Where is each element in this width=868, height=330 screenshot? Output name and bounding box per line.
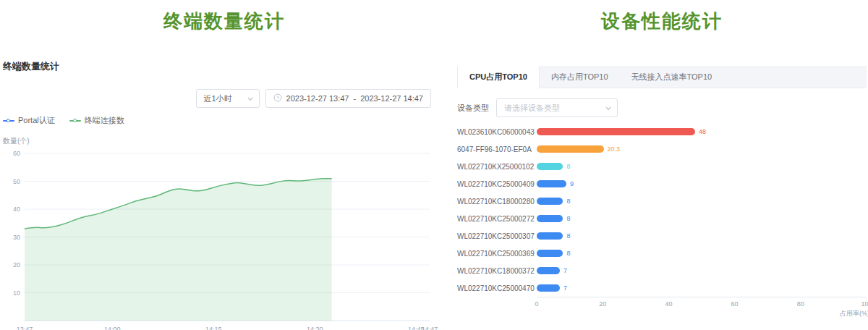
svg-text:40: 40 — [13, 206, 20, 213]
bar — [537, 198, 563, 205]
bar-row: WL022710KC180003727 — [457, 262, 867, 279]
bar-track: 8 — [537, 163, 867, 170]
bar-category-label: 6047-FF96-1070-EF0A — [457, 145, 537, 153]
bar-row: WL022710KC250003698 — [457, 245, 867, 262]
bar-row: WL022710KC250004707 — [457, 279, 867, 297]
bar-category-label: WL022710KC25000307 — [457, 232, 537, 240]
date-end: 2023-12-27 14:47 — [360, 94, 423, 103]
y-axis-label: 数量(个) — [3, 136, 446, 146]
bar-value: 8 — [566, 214, 570, 223]
bar-category-label: WL022710KC18000280 — [457, 198, 537, 206]
bar-category-label: WL022710KC25000470 — [457, 284, 537, 292]
clock-icon — [273, 93, 282, 103]
date-start: 2023-12-27 13:47 — [286, 94, 349, 103]
device-type-placeholder: 请选择设备类型 — [504, 103, 560, 114]
bar-track: 9 — [537, 180, 867, 187]
x-axis-tick: 40 — [665, 300, 672, 308]
svg-text:30: 30 — [13, 234, 20, 241]
terminal-count-card: 终端数量统计 近1小时 2023-12-27 13:47 - 2023-12-2… — [3, 60, 446, 330]
bar-value: 48 — [699, 127, 706, 136]
svg-text:14:47: 14:47 — [422, 326, 438, 330]
cpu-usage-bar-chart: WL023610KC06000043486047-FF96-1070-EF0A2… — [457, 123, 867, 297]
device-type-filter: 设备类型 请选择设备类型 — [457, 98, 867, 117]
bar-row: WL022710KC250002728 — [457, 210, 867, 227]
x-axis-tick: 60 — [731, 300, 739, 308]
bar-track: 48 — [537, 128, 867, 135]
device-type-label: 设备类型 — [457, 103, 489, 114]
svg-text:14:00: 14:00 — [104, 326, 121, 330]
bar-category-label: WL022710KX25000102 — [457, 163, 537, 171]
right-section-title: 设备性能统计 — [457, 9, 867, 34]
legend-marker-icon — [73, 119, 77, 122]
date-range-picker[interactable]: 2023-12-27 13:47 - 2023-12-27 14:47 — [265, 89, 431, 108]
svg-text:20: 20 — [13, 261, 20, 268]
bar-track: 20.3 — [537, 145, 867, 153]
bar-track: 8 — [537, 250, 867, 257]
chart-controls: 近1小时 2023-12-27 13:47 - 2023-12-27 14:47 — [3, 89, 446, 108]
svg-text:50: 50 — [13, 178, 20, 185]
bar — [537, 267, 560, 274]
device-type-select[interactable]: 请选择设备类型 — [496, 98, 618, 117]
bar — [537, 232, 563, 240]
bar-value: 8 — [566, 232, 570, 240]
date-separator: - — [353, 94, 356, 103]
bar — [537, 145, 604, 153]
bar-category-label: WL022710KC18000372 — [457, 267, 537, 275]
legend-item[interactable]: 终端连接数 — [69, 115, 124, 126]
bar-value: 8 — [566, 197, 570, 206]
bar-track: 7 — [537, 267, 867, 274]
terminal-count-section: 终端数量统计 终端数量统计 近1小时 2023-12-27 13:47 - 20… — [3, 0, 446, 330]
bar — [537, 250, 563, 257]
legend-item[interactable]: Portal认证 — [3, 115, 55, 126]
bar-value: 9 — [570, 179, 574, 188]
bar-row: WL022710KC250004099 — [457, 175, 867, 192]
bar-row: WL022710KC250003078 — [457, 227, 867, 245]
bar — [537, 163, 563, 170]
bar-value: 7 — [563, 284, 567, 292]
bar-track: 8 — [537, 232, 867, 240]
time-range-value: 近1小时 — [204, 93, 232, 104]
bar-value: 8 — [566, 162, 570, 171]
tab-3[interactable]: 无线接入点速率TOP10 — [620, 66, 724, 88]
bar — [537, 180, 566, 187]
device-performance-card: CPU占用TOP10内存占用TOP10无线接入点速率TOP10 设备类型 请选择… — [457, 66, 867, 319]
x-axis-label: 占用率(%) — [840, 309, 868, 318]
bar — [537, 284, 560, 292]
bar — [537, 215, 563, 222]
tab-1[interactable]: CPU占用TOP10 — [457, 66, 540, 88]
x-axis-tick: 100 — [861, 300, 868, 308]
left-section-title: 终端数量统计 — [3, 9, 446, 34]
svg-text:60: 60 — [13, 150, 20, 157]
bar-row: WL022710KC180002808 — [457, 192, 867, 210]
chevron-down-icon — [605, 105, 612, 114]
line-legend: Portal认证终端连接数 — [3, 115, 446, 126]
device-performance-section: 设备性能统计 CPU占用TOP10内存占用TOP10无线接入点速率TOP10 设… — [457, 0, 867, 319]
x-axis-tick: 20 — [599, 300, 606, 308]
bar-category-label: WL022710KC25000369 — [457, 250, 537, 258]
bar-row: WL023610KC0600004348 — [457, 123, 867, 140]
bar-chart-x-axis: 占用率(%) 020406080100 — [537, 297, 867, 319]
bar-track: 7 — [537, 284, 867, 292]
time-range-select[interactable]: 近1小时 — [196, 89, 260, 108]
bar-track: 8 — [537, 215, 867, 222]
svg-text:14:30: 14:30 — [307, 326, 323, 330]
bar-track: 8 — [537, 198, 867, 205]
performance-tabs: CPU占用TOP10内存占用TOP10无线接入点速率TOP10 — [457, 66, 867, 88]
bar-value: 8 — [566, 249, 570, 258]
svg-text:13:47: 13:47 — [17, 326, 33, 330]
svg-text:14:15: 14:15 — [205, 326, 222, 330]
x-axis-tick: 0 — [535, 300, 538, 308]
bar — [537, 128, 695, 135]
legend-marker-icon — [7, 119, 10, 122]
svg-text:10: 10 — [13, 289, 20, 297]
bar-row: 6047-FF96-1070-EF0A20.3 — [457, 140, 867, 158]
terminal-line-chart: 10203040506013:4714:0014:1514:3014:4514:… — [3, 149, 446, 330]
chevron-down-icon — [247, 96, 254, 104]
card-title: 终端数量统计 — [3, 60, 446, 73]
bar-row: WL022710KX250001028 — [457, 158, 867, 175]
bar-category-label: WL022710KC25000272 — [457, 215, 537, 223]
bar-value: 20.3 — [608, 145, 621, 153]
x-axis-tick: 80 — [797, 300, 804, 308]
tab-2[interactable]: 内存占用TOP10 — [540, 66, 620, 88]
bar-category-label: WL023610KC06000043 — [457, 128, 537, 136]
